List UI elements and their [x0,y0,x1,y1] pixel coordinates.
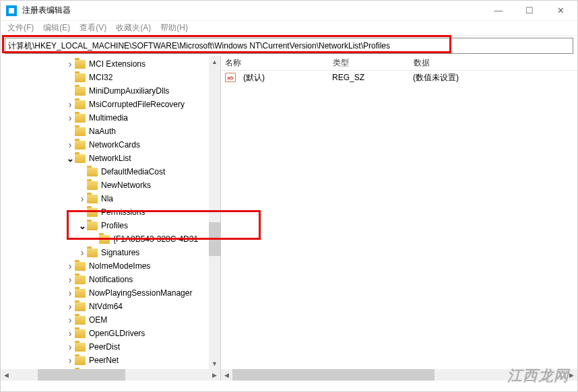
tree-vscrollbar[interactable]: ▲ ▼ [209,56,220,369]
scroll-left-button[interactable]: ◀ [221,369,232,381]
expand-icon[interactable]: › [65,288,75,298]
tree-item-label: Profiles [101,221,128,230]
folder-icon [75,114,86,123]
scroll-down-button[interactable]: ▼ [209,358,220,369]
expand-icon[interactable]: › [77,193,87,204]
collapse-icon[interactable]: ⌄ [65,154,75,164]
title-bar: 注册表编辑器 — ☐ ✕ [1,1,577,21]
menu-favorites[interactable]: 收藏夹(A) [112,21,155,35]
collapse-icon[interactable]: ⌄ [77,221,87,231]
address-path: 计算机\HKEY_LOCAL_MACHINE\SOFTWARE\Microsof… [8,40,390,52]
tree-item-label: NewNetworks [101,181,151,190]
menu-file[interactable]: 文件(F) [3,21,38,35]
tree-item-label: {F1A0B543-328C-4D31- [113,234,201,244]
menu-help[interactable]: 帮助(H) [156,21,192,35]
tree-item[interactable]: ›NowPlayingSessionManager [1,286,220,300]
folder-icon [75,275,86,284]
expand-icon[interactable]: › [65,139,75,150]
folder-icon [75,262,86,271]
tree-item-label: PeerDist [89,342,120,352]
main-area: ›MCI ExtensionsMCI32MiniDumpAuxiliaryDll… [1,56,577,381]
expand-icon[interactable]: › [65,355,75,366]
tree-item[interactable]: ⌄NetworkList [1,152,220,165]
menu-bar: 文件(F) 编辑(E) 查看(V) 收藏夹(A) 帮助(H) [1,21,577,36]
scroll-right-button[interactable]: ▶ [566,369,577,381]
expand-icon[interactable]: › [65,112,75,123]
tree-item[interactable]: ›OEM [1,313,220,327]
menu-view[interactable]: 查看(V) [75,21,110,35]
expand-icon[interactable]: › [65,315,75,325]
tree-item-label: MCI Extensions [89,59,146,69]
tree-hscrollbar[interactable]: ◀ ▶ [1,369,220,381]
tree-item[interactable]: ›PeerDist [1,340,220,354]
scroll-thumb[interactable] [209,222,220,256]
tree-item[interactable]: ›Nla [1,192,220,205]
tree-item[interactable]: ›MCI Extensions [1,57,220,71]
tree-item[interactable]: NaAuth [1,125,220,138]
close-button[interactable]: ✕ [545,1,576,21]
expand-icon[interactable]: › [65,274,75,285]
column-name[interactable]: 名称 [221,57,329,69]
tree-item-label: Permissions [101,207,145,217]
tree-item[interactable]: ⌄Profiles [1,219,220,232]
folder-icon [75,154,86,163]
column-type[interactable]: 类型 [329,57,410,69]
tree-item[interactable]: ›PeerNet [1,354,220,367]
expand-icon[interactable]: › [77,247,87,258]
tree-item[interactable]: MiniDumpAuxiliaryDlls [1,84,220,98]
folder-icon [75,100,86,109]
folder-icon [87,195,98,203]
tree-item[interactable]: NewNetworks [1,178,220,192]
tree-item[interactable]: ›NtVdm64 [1,300,220,313]
tree-item-label: MCI32 [89,73,113,82]
tree-item[interactable]: ›Signatures [1,246,220,259]
tree-item[interactable]: Permissions [1,205,220,219]
tree-item[interactable]: ›Multimedia [1,111,220,125]
tree-panel: ›MCI ExtensionsMCI32MiniDumpAuxiliaryDll… [1,56,221,381]
folder-icon [75,329,86,338]
tree-item-label: OpenGLDrivers [89,329,145,338]
folder-icon [75,60,86,69]
tree-item-label: NetworkCards [89,140,140,150]
menu-edit[interactable]: 编辑(E) [39,21,74,35]
scroll-left-button[interactable]: ◀ [1,369,12,381]
scroll-thumb[interactable] [232,369,435,381]
value-name: (默认) [239,72,328,84]
tree-item-label: Signatures [101,248,139,257]
expand-icon[interactable]: › [65,59,75,69]
scroll-up-button[interactable]: ▲ [209,56,220,67]
tree-item[interactable]: DefaultMediaCost [1,165,220,178]
address-bar[interactable]: 计算机\HKEY_LOCAL_MACHINE\SOFTWARE\Microsof… [5,38,573,54]
tree-item[interactable]: ›MsiCorruptedFileRecovery [1,98,220,111]
value-row[interactable]: ab (默认) REG_SZ (数值未设置) [221,71,577,84]
folder-icon [75,302,86,311]
expand-icon[interactable]: › [65,341,75,352]
minimize-button[interactable]: — [483,1,514,21]
tree-item[interactable]: ›NoImeModeImes [1,259,220,273]
value-data: (数值未设置) [409,72,577,84]
tree-item[interactable]: ›OpenGLDrivers [1,327,220,340]
expand-icon[interactable]: › [65,261,75,271]
expand-icon[interactable]: › [65,328,75,339]
folder-icon [75,356,86,365]
maximize-button[interactable]: ☐ [514,1,545,21]
tree-item-label: OEM [89,315,107,325]
expand-icon[interactable]: › [65,301,75,312]
tree-item[interactable]: MCI32 [1,71,220,84]
window-controls: — ☐ ✕ [483,1,576,21]
folder-icon [75,127,86,136]
values-hscrollbar[interactable]: ◀ ▶ [221,369,577,381]
scroll-right-button[interactable]: ▶ [209,369,220,381]
expand-icon[interactable]: › [65,99,75,110]
scroll-thumb[interactable] [38,369,125,381]
tree-item[interactable]: ›Notifications [1,273,220,286]
folder-icon [87,208,98,217]
window-title: 注册表编辑器 [22,5,483,16]
tree-item-label: DefaultMediaCost [101,167,165,176]
tree-item[interactable]: {F1A0B543-328C-4D31- [1,232,220,246]
column-data[interactable]: 数据 [410,57,577,69]
tree-item-label: NaAuth [89,127,116,136]
folder-icon [87,181,98,190]
string-value-icon: ab [225,73,236,82]
tree-item[interactable]: ›NetworkCards [1,138,220,152]
